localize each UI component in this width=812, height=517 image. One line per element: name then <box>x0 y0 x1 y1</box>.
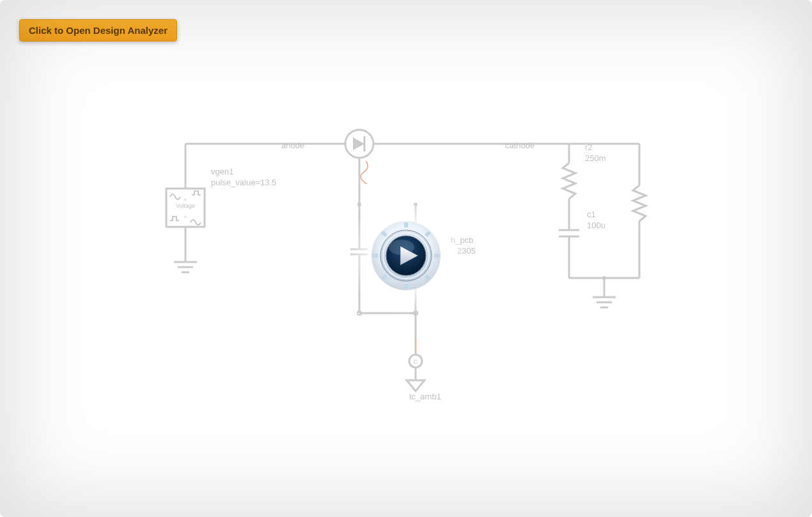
svg-line-57 <box>426 275 430 279</box>
app-stage: + Voltage − <box>0 0 812 517</box>
vgen1-label: vgen1 <box>211 167 233 176</box>
svg-marker-11 <box>353 137 364 150</box>
tc-amb1-label: tc_amb1 <box>409 392 441 401</box>
r2-value-label: 250m <box>585 153 606 163</box>
pulse-value-label: pulse_value=13.5 <box>211 178 276 187</box>
voltage-source-label: Voltage <box>176 203 195 209</box>
c1-name-label: c1 <box>587 210 596 219</box>
play-icon <box>371 220 441 291</box>
h-pcb-label: h_pcb <box>451 235 473 245</box>
svg-line-55 <box>426 232 430 236</box>
svg-line-61 <box>382 232 386 236</box>
open-design-analyzer-label: Click to Open Design Analyzer <box>29 25 168 36</box>
c1-value-label: 100u <box>587 220 605 230</box>
svg-text:−: − <box>183 213 187 220</box>
c-symbol: C <box>414 359 418 365</box>
play-button[interactable] <box>371 220 441 291</box>
svg-point-26 <box>357 203 361 206</box>
svg-point-27 <box>414 203 418 206</box>
svg-marker-37 <box>407 380 425 391</box>
cathode-label: cathode <box>505 141 535 150</box>
svg-line-59 <box>382 275 386 279</box>
h-pcb-value: 2305 <box>457 246 476 256</box>
open-design-analyzer-button[interactable]: Click to Open Design Analyzer <box>19 19 177 42</box>
anode-label: anode <box>281 141 304 150</box>
r2-name-label: r2 <box>585 143 593 152</box>
